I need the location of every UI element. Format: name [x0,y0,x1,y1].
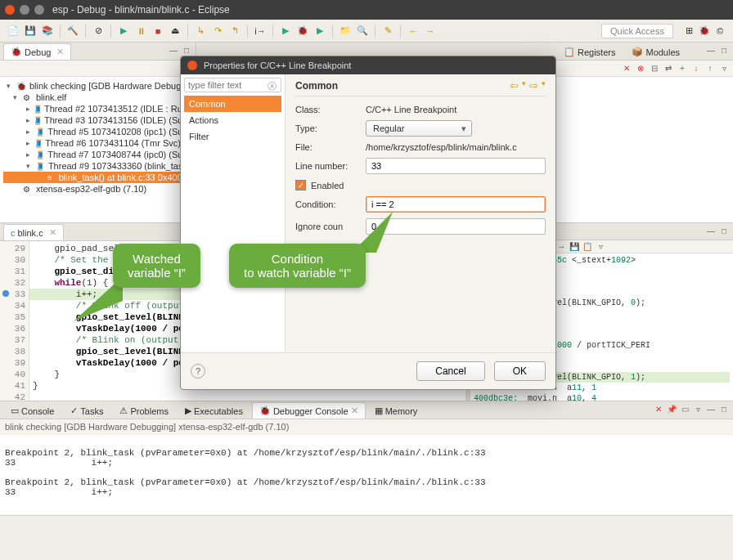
tree-item[interactable]: ▸🧵Thread #2 1073413512 (IDLE : Runn [3,103,192,114]
step-over-icon[interactable]: ↷ [211,25,224,38]
window-minimize-button[interactable] [20,5,29,15]
window-close-button[interactable] [5,5,15,15]
console-tab[interactable]: ▦ Memory [367,402,425,419]
asm-save-icon[interactable]: 💾 [569,241,580,253]
nav-dropdown-icon[interactable]: ▾ [522,79,526,92]
close-tab-icon[interactable]: ✕ [49,227,56,238]
ok-button[interactable]: OK [494,361,546,381]
console-tab[interactable]: ⚠ Problems [112,402,175,419]
debug-perspective-icon[interactable]: 🐞 [698,25,711,38]
run-icon[interactable]: ▶ [279,25,292,38]
tree-item[interactable]: ▾⚙blink.elf [3,92,192,103]
disconnect-icon[interactable]: ⏏ [169,25,182,38]
new-icon[interactable]: 📄 [7,25,20,38]
dialog-filter-input[interactable] [184,78,281,92]
link-icon[interactable]: ⇄ [663,63,674,74]
dialog-nav-item[interactable]: Filter [184,128,281,145]
console-tab[interactable]: ✓ Tasks [63,402,110,419]
enabled-checkbox[interactable]: ✓ [295,180,306,190]
ignore-input[interactable] [366,218,546,235]
breakpoint-marker-icon[interactable] [2,290,9,297]
console-tab[interactable]: 🐞 Debugger Console ✕ [252,402,366,419]
asm-copy-icon[interactable]: 📋 [582,241,593,253]
back-icon[interactable]: ← [407,25,420,38]
skip-bp-icon[interactable]: ⊘ [92,25,105,38]
add-icon[interactable]: + [677,63,688,74]
cpp-perspective-icon[interactable]: © [713,25,726,38]
minimize-view-icon[interactable]: — [168,44,179,56]
nav-forward-icon[interactable]: ⇨ [529,79,538,92]
build-icon[interactable]: 🔨 [66,25,79,38]
asm-menu-icon[interactable]: ▿ [595,241,606,253]
toggle-mark-icon[interactable]: ✎ [381,25,394,38]
open-type-icon[interactable]: 📁 [339,25,352,38]
close-tab-icon[interactable]: ✕ [56,47,64,57]
window-maximize-button[interactable] [34,5,44,15]
dialog-nav-item[interactable]: Common [184,96,281,112]
type-dropdown[interactable]: Regular [366,120,472,137]
search-icon[interactable]: 🔍 [356,25,369,38]
resume-icon[interactable]: ▶ [117,25,130,38]
step-into-icon[interactable]: ↳ [194,25,207,38]
save-all-icon[interactable]: 📚 [41,25,54,38]
console-display-icon[interactable]: ▭ [679,403,690,414]
tree-item[interactable]: ▸🧵Thread #7 1073408744 (ipc0) (Susp [3,149,192,160]
open-perspective-icon[interactable]: ⊞ [682,25,695,38]
console-pin-icon[interactable]: 📌 [666,403,677,414]
debug-icon[interactable]: 🐞 [296,25,309,38]
console-tab[interactable]: ▭ Console [3,402,61,419]
console-menu-icon[interactable]: ▿ [692,403,704,414]
editor-tab-blink[interactable]: c blink.c ✕ [3,224,64,240]
tree-item[interactable]: ⚙xtensa-esp32-elf-gdb (7.10) [3,183,192,195]
dialog-nav-item[interactable]: Actions [184,112,281,128]
quick-access-input[interactable]: Quick Access [601,24,673,38]
minimize-view-icon[interactable]: — [705,44,717,56]
tree-item[interactable]: ▸🧵Thread #5 1073410208 (ipc1) (Susp [3,126,192,137]
modules-tab[interactable]: 📦 Modules [624,43,687,60]
instruction-step-icon[interactable]: i→ [254,25,267,38]
maximize-view-icon[interactable]: □ [181,44,192,56]
console-output[interactable]: Breakpoint 2, blink_task (pvParameter=0x… [0,435,733,515]
forward-icon[interactable]: → [424,25,437,38]
save-icon[interactable]: 💾 [24,25,37,38]
cancel-button[interactable]: Cancel [416,361,484,381]
tab-icon: 🐞 [259,405,271,416]
tree-item[interactable]: ▾🧵Thread #9 1073433360 (blink_task : [3,160,192,172]
debug-tab[interactable]: 🐞 Debug ✕ [3,43,71,60]
minimize-icon[interactable]: — [705,403,717,414]
console-remove-icon[interactable]: ✕ [653,403,664,414]
close-tab-icon[interactable]: ✕ [351,405,358,416]
tree-item[interactable]: ≡blink_task() at blink.c:33 0x400db [3,172,192,183]
terminate-icon[interactable]: ■ [151,25,164,38]
tree-item[interactable]: ▸🧵Thread #3 1073413156 (IDLE) (Susp [3,114,192,126]
maximize-icon[interactable]: □ [718,225,730,236]
value-class: C/C++ Line Breakpoint [366,105,546,114]
condition-input[interactable] [366,196,546,213]
help-icon[interactable]: ? [191,364,205,379]
maximize-view-icon[interactable]: □ [718,44,730,56]
suspend-icon[interactable]: ⏸ [134,25,147,38]
remove-all-icon[interactable]: ⊗ [635,63,646,74]
nav-back-icon[interactable]: ⇦ [510,79,519,92]
remove-icon[interactable]: ✕ [621,63,632,74]
line-input[interactable] [366,158,546,174]
asm-goto-icon[interactable]: → [555,241,567,253]
label-enabled: Enabled [311,181,344,190]
menu-icon[interactable]: ▿ [718,63,730,74]
modules-icon: 📦 [632,47,643,57]
tree-item[interactable]: ▾🐞blink checking [GDB Hardware Debug [3,80,192,92]
minimize-icon[interactable]: — [705,225,717,236]
registers-tab[interactable]: 📋 Registers [556,43,623,60]
collapse-icon[interactable]: ⊟ [649,63,660,74]
import-icon[interactable]: ↓ [690,63,702,74]
run-last-icon[interactable]: ▶ [313,25,326,38]
tab-icon: ⚠ [119,405,128,416]
export-icon[interactable]: ↑ [704,63,716,74]
dialog-close-button[interactable] [187,60,197,70]
step-return-icon[interactable]: ↰ [228,25,241,38]
maximize-icon[interactable]: □ [718,403,730,414]
window-titlebar: esp - Debug - blink/main/blink.c - Eclip… [0,0,733,20]
console-tab[interactable]: ▶ Executables [178,402,250,419]
tree-item[interactable]: ▸🧵Thread #6 1073431104 (Tmr Svc) (S [3,137,192,149]
nav-dropdown-icon[interactable]: ▾ [542,79,546,92]
